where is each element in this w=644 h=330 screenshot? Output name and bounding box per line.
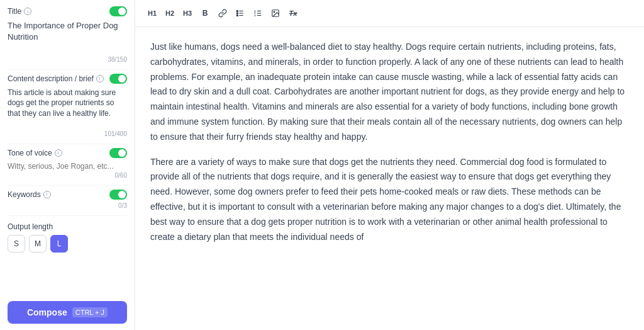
- divider-3: [8, 185, 127, 186]
- title-toggle[interactable]: [109, 6, 127, 16]
- size-large-button[interactable]: L: [50, 235, 68, 253]
- content-desc-info-icon[interactable]: i: [96, 75, 104, 82]
- right-panel: H1 H2 H3 B 1 2 3: [135, 0, 644, 330]
- toolbar-h2-button[interactable]: H2: [162, 5, 178, 21]
- tone-field-header: Tone of voice i: [8, 148, 127, 158]
- tone-input[interactable]: [8, 161, 127, 172]
- title-char-count: 38/150: [8, 56, 127, 63]
- left-panel: Title i The Importance of Proper Dog Nut…: [0, 0, 135, 330]
- svg-point-4: [236, 13, 238, 14]
- toolbar-link-button[interactable]: [214, 5, 231, 21]
- toolbar-h1-button[interactable]: H1: [144, 5, 160, 21]
- svg-point-13: [274, 11, 275, 13]
- svg-point-3: [236, 10, 238, 11]
- toolbar-unordered-list-button[interactable]: [232, 5, 248, 21]
- title-label: Title i: [8, 7, 31, 16]
- title-field-header: Title i: [8, 6, 127, 16]
- size-medium-button[interactable]: M: [29, 235, 47, 253]
- compose-label: Compose: [27, 307, 67, 317]
- keywords-label: Keywords i: [8, 190, 51, 199]
- content-desc-field-header: Content description / brief i: [8, 74, 127, 84]
- tone-toggle[interactable]: [109, 148, 127, 158]
- svg-text:3: 3: [254, 14, 256, 17]
- compose-btn-container: Compose CTRL + J: [8, 293, 127, 324]
- keywords-info-icon[interactable]: i: [43, 191, 51, 198]
- divider-2: [8, 144, 127, 144]
- content-desc-toggle[interactable]: [109, 74, 127, 84]
- divider-4: [8, 215, 127, 216]
- content-paragraph-1: Just like humans, dogs need a well-balan…: [150, 40, 629, 145]
- toolbar-h3-button[interactable]: H3: [179, 5, 196, 21]
- svg-point-5: [236, 14, 238, 16]
- content-desc-char-count: 101/400: [8, 130, 127, 137]
- content-editor[interactable]: Just like humans, dogs need a well-balan…: [135, 27, 644, 330]
- content-desc-label: Content description / brief i: [8, 74, 104, 83]
- keywords-toggle[interactable]: [109, 190, 127, 200]
- size-buttons-group: S M L: [8, 235, 127, 253]
- tone-info-icon[interactable]: i: [55, 149, 62, 157]
- toolbar-bold-button[interactable]: B: [197, 5, 213, 21]
- toolbar-clear-format-button[interactable]: Tx: [285, 5, 301, 21]
- toolbar-image-button[interactable]: [267, 5, 284, 21]
- title-input[interactable]: The Importance of Proper Dog Nutrition: [8, 19, 127, 56]
- editor-toolbar: H1 H2 H3 B 1 2 3: [135, 0, 644, 27]
- keywords-char-count: 0/3: [8, 202, 127, 209]
- output-length-label: Output length: [8, 222, 127, 231]
- compose-button[interactable]: Compose CTRL + J: [8, 301, 127, 324]
- size-small-button[interactable]: S: [8, 235, 25, 253]
- output-length-section: Output length S M L: [8, 222, 127, 253]
- divider-1: [8, 69, 127, 70]
- compose-shortcut: CTRL + J: [72, 307, 108, 317]
- content-desc-input[interactable]: This article is about making sure dogs g…: [8, 86, 127, 130]
- tone-label: Tone of voice i: [8, 149, 62, 157]
- title-info-icon[interactable]: i: [24, 8, 31, 15]
- content-paragraph-2: There are a variety of ways to make sure…: [150, 155, 629, 245]
- tone-char-count: 0/60: [8, 172, 127, 179]
- keywords-field-header: Keywords i: [8, 190, 127, 200]
- toolbar-ordered-list-button[interactable]: 1 2 3: [250, 5, 266, 21]
